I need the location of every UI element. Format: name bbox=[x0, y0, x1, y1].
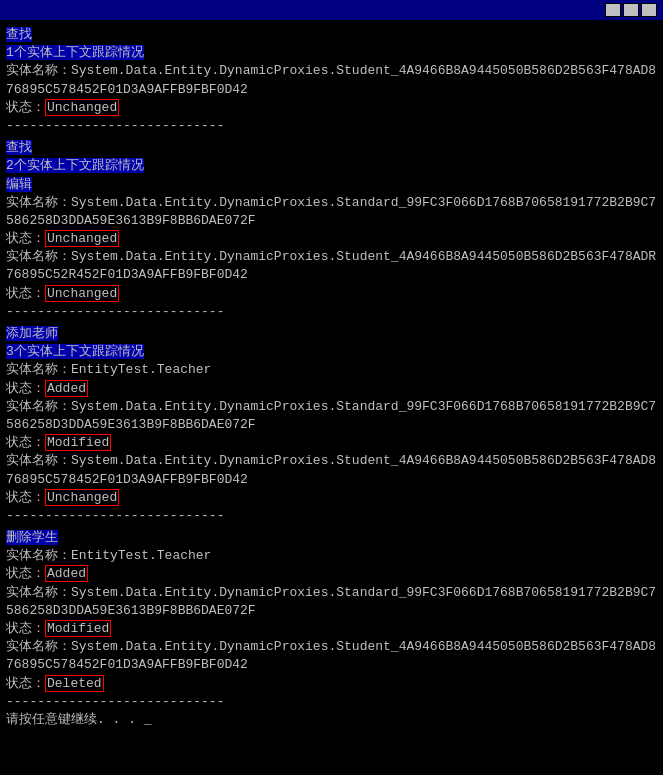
status-badge: Modified bbox=[45, 620, 111, 637]
console-line: 实体名称：System.Data.Entity.DynamicProxies.S… bbox=[6, 398, 657, 434]
console-line: 实体名称：System.Data.Entity.DynamicProxies.S… bbox=[6, 62, 657, 98]
status-badge: Unchanged bbox=[45, 489, 119, 506]
status-badge: Deleted bbox=[45, 675, 104, 692]
subheader-label: 1个实体上下文跟踪情况 bbox=[6, 45, 144, 60]
status-badge: Unchanged bbox=[45, 230, 119, 247]
status-prefix: 状态： bbox=[6, 621, 45, 636]
status-prefix: 状态： bbox=[6, 231, 45, 246]
status-prefix: 状态： bbox=[6, 100, 45, 115]
status-line: 状态：Unchanged bbox=[6, 230, 657, 248]
separator: ---------------------------- bbox=[6, 507, 657, 525]
separator: ---------------------------- bbox=[6, 117, 657, 135]
status-line: 状态：Added bbox=[6, 380, 657, 398]
section-subheader: 2个实体上下文跟踪情况 bbox=[6, 157, 657, 175]
status-prefix: 状态： bbox=[6, 381, 45, 396]
section-subheader: 3个实体上下文跟踪情况 bbox=[6, 343, 657, 361]
title-bar bbox=[0, 0, 663, 20]
window-controls bbox=[605, 3, 657, 17]
minimize-button[interactable] bbox=[605, 3, 621, 17]
console-line: 实体名称：EntityTest.Teacher bbox=[6, 547, 657, 565]
status-line: 状态：Added bbox=[6, 565, 657, 583]
status-prefix: 状态： bbox=[6, 490, 45, 505]
status-badge: Unchanged bbox=[45, 99, 119, 116]
status-line: 状态：Unchanged bbox=[6, 285, 657, 303]
status-line: 状态：Unchanged bbox=[6, 99, 657, 117]
subheader2-label: 编辑 bbox=[6, 177, 32, 192]
section-subheader2: 编辑 bbox=[6, 176, 657, 194]
separator: ---------------------------- bbox=[6, 303, 657, 321]
console-line: 实体名称：System.Data.Entity.DynamicProxies.S… bbox=[6, 452, 657, 488]
subheader-label: 3个实体上下文跟踪情况 bbox=[6, 344, 144, 359]
action-label: 添加老师 bbox=[6, 326, 58, 341]
subheader-label: 2个实体上下文跟踪情况 bbox=[6, 158, 144, 173]
action-label: 查找 bbox=[6, 140, 32, 155]
console-line: 请按任意键继续. . . _ bbox=[6, 711, 657, 729]
console-line: 实体名称：EntityTest.Teacher bbox=[6, 361, 657, 379]
status-badge: Modified bbox=[45, 434, 111, 451]
console-window: 查找1个实体上下文跟踪情况实体名称：System.Data.Entity.Dyn… bbox=[0, 0, 663, 775]
status-prefix: 状态： bbox=[6, 566, 45, 581]
status-line: 状态：Deleted bbox=[6, 675, 657, 693]
separator: ---------------------------- bbox=[6, 693, 657, 711]
console-line: 实体名称：System.Data.Entity.DynamicProxies.S… bbox=[6, 248, 657, 284]
action-label: 删除学生 bbox=[6, 530, 58, 545]
status-prefix: 状态： bbox=[6, 435, 45, 450]
console-output: 查找1个实体上下文跟踪情况实体名称：System.Data.Entity.Dyn… bbox=[0, 20, 663, 775]
action-label: 查找 bbox=[6, 27, 32, 42]
status-badge: Unchanged bbox=[45, 285, 119, 302]
console-line: 实体名称：System.Data.Entity.DynamicProxies.S… bbox=[6, 584, 657, 620]
section-subheader: 1个实体上下文跟踪情况 bbox=[6, 44, 657, 62]
status-line: 状态：Unchanged bbox=[6, 489, 657, 507]
console-line: 实体名称：System.Data.Entity.DynamicProxies.S… bbox=[6, 194, 657, 230]
status-line: 状态：Modified bbox=[6, 620, 657, 638]
section-action: 查找 bbox=[6, 139, 657, 157]
status-line: 状态：Modified bbox=[6, 434, 657, 452]
close-button[interactable] bbox=[641, 3, 657, 17]
console-line: 实体名称：System.Data.Entity.DynamicProxies.S… bbox=[6, 638, 657, 674]
status-prefix: 状态： bbox=[6, 676, 45, 691]
section-action: 查找 bbox=[6, 26, 657, 44]
section-action: 删除学生 bbox=[6, 529, 657, 547]
status-badge: Added bbox=[45, 380, 88, 397]
section-action: 添加老师 bbox=[6, 325, 657, 343]
status-badge: Added bbox=[45, 565, 88, 582]
status-prefix: 状态： bbox=[6, 286, 45, 301]
maximize-button[interactable] bbox=[623, 3, 639, 17]
